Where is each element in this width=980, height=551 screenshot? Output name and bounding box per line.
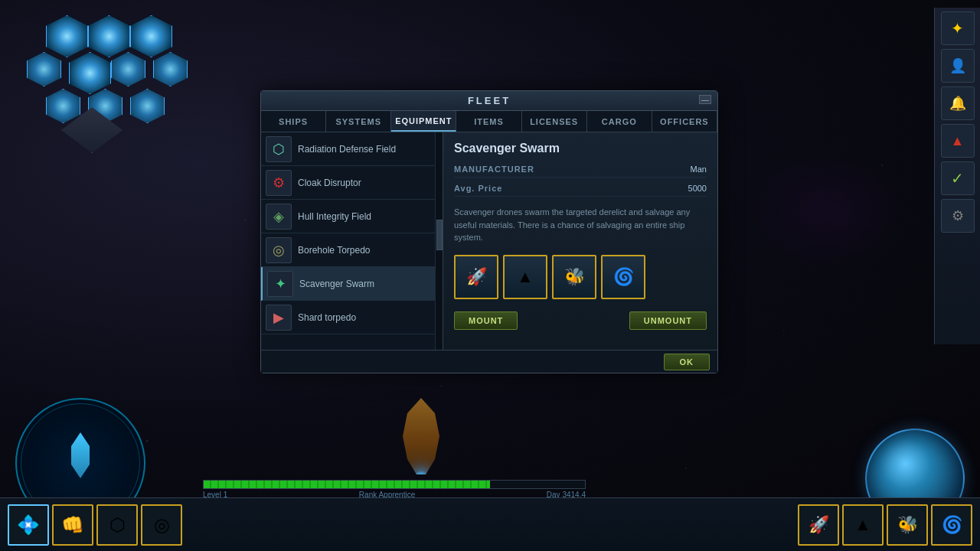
- detail-description: Scavenger drones swarm the targeted dere…: [454, 206, 707, 244]
- price-row: Avg. Price 5000: [454, 184, 707, 197]
- equipment-name: Shard torpedo: [298, 312, 356, 323]
- bottom-icon-orbit[interactable]: ◎: [141, 504, 182, 546]
- slot-4-icon: 🌀: [613, 267, 634, 287]
- bottom-eq-slot-3[interactable]: 🐝: [887, 504, 928, 546]
- person-icon: 👤: [949, 57, 966, 74]
- tab-licenses[interactable]: LICENSES: [522, 111, 587, 132]
- bottom-icon-hex[interactable]: ⬡: [96, 504, 138, 546]
- detail-panel: Scavenger Swarm MANUFACTURER Man Avg. Pr…: [443, 132, 717, 350]
- price-value: 5000: [688, 184, 707, 193]
- equipment-item-radiation[interactable]: ⬡ Radiation Defense Field: [261, 132, 443, 166]
- bottom-slot-2-icon: ▲: [854, 515, 871, 535]
- spacecraft-top-left: [0, 0, 245, 168]
- hex-icon: ⬡: [109, 514, 126, 536]
- equipment-name: Radiation Defense Field: [298, 144, 396, 155]
- scrollbar-thumb[interactable]: [436, 220, 443, 250]
- equipment-item-hull[interactable]: ◈ Hull Integrity Field: [261, 200, 443, 233]
- shard-icon: ▶: [266, 305, 292, 331]
- health-fill: [204, 481, 490, 488]
- hex-cell: [153, 52, 188, 86]
- dialog-body: ⬡ Radiation Defense Field ⚙ Cloak Disrup…: [261, 132, 717, 350]
- bottom-icon-attack[interactable]: 👊: [52, 504, 93, 546]
- equipment-item-torpedo[interactable]: ◎ Borehole Torpedo: [261, 233, 443, 267]
- nebula: [750, 153, 903, 268]
- equipment-slot-4[interactable]: 🌀: [601, 255, 645, 299]
- equipment-item-swarm[interactable]: ✦ Scavenger Swarm: [261, 267, 443, 301]
- bottom-eq-slot-1[interactable]: 🚀: [798, 504, 839, 546]
- cloak-icon: ⚙: [266, 170, 292, 196]
- dialog-footer: OK: [261, 350, 717, 373]
- equipment-list: ⬡ Radiation Defense Field ⚙ Cloak Disrup…: [261, 132, 443, 350]
- bottom-slot-4-icon: 🌀: [942, 515, 962, 535]
- tab-items[interactable]: ITEMS: [456, 111, 521, 132]
- bottom-slot-1-icon: 🚀: [808, 515, 829, 535]
- dialog-header: FLEET —: [261, 91, 717, 111]
- right-icon-alert[interactable]: 🔔: [941, 86, 975, 120]
- ok-button[interactable]: OK: [664, 354, 710, 370]
- bottom-bar: 💠 👊 ⬡ ◎ 🚀 ▲ 🐝 🌀: [0, 497, 980, 551]
- unmount-button[interactable]: UNMOUNT: [629, 311, 707, 330]
- bottom-eq-slot-2[interactable]: ▲: [842, 504, 884, 546]
- shield-icon: 💠: [17, 514, 40, 536]
- minimap-ship-body: [69, 432, 92, 478]
- equipment-slot-2[interactable]: ▲: [503, 255, 547, 299]
- equipment-name: Borehole Torpedo: [298, 245, 371, 256]
- alert-icon: 🔔: [949, 95, 966, 112]
- mount-button[interactable]: MOUNT: [454, 311, 518, 330]
- equipment-name: Hull Integrity Field: [298, 211, 371, 222]
- bottom-equipment-slots: 🚀 ▲ 🐝 🌀: [798, 504, 972, 546]
- equipment-item-shard[interactable]: ▶ Shard torpedo: [261, 301, 443, 334]
- tab-ships[interactable]: SHIPS: [261, 111, 326, 132]
- fleet-dialog: FLEET — SHIPS SYSTEMS EQUIPMENT ITEMS LI…: [260, 90, 718, 373]
- right-icon-person[interactable]: 👤: [941, 49, 975, 83]
- right-panel: ✦ 👤 🔔 ▲ ✓ ⚙: [934, 8, 980, 344]
- manufacturer-label: MANUFACTURER: [454, 165, 534, 174]
- equipment-slots: 🚀 ▲ 🐝 🌀: [454, 255, 707, 299]
- right-icon-check[interactable]: ✓: [941, 161, 975, 195]
- right-icon-sun[interactable]: ✦: [941, 11, 975, 45]
- orbit-icon: ◎: [154, 514, 170, 536]
- health-track: [203, 480, 586, 489]
- minimap-ship: [61, 432, 100, 494]
- sun-icon: ✦: [951, 19, 964, 37]
- action-buttons: MOUNT UNMOUNT: [454, 311, 707, 330]
- tab-systems[interactable]: SYSTEMS: [326, 111, 391, 132]
- manufacturer-value: Man: [691, 165, 707, 174]
- radiation-icon: ⬡: [266, 136, 292, 162]
- ship-body: [398, 398, 444, 474]
- bottom-slot-3-icon: 🐝: [897, 515, 918, 535]
- minimize-button[interactable]: —: [699, 95, 711, 104]
- gear-icon: ⚙: [952, 207, 964, 224]
- tab-cargo[interactable]: CARGO: [587, 111, 652, 132]
- minimize-icon: —: [701, 96, 709, 104]
- detail-title: Scavenger Swarm: [454, 142, 707, 155]
- equipment-slot-1[interactable]: 🚀: [454, 255, 498, 299]
- hex-cell: [69, 52, 111, 94]
- status-section: Level 1 Rank Apprentice Day 3414.4: [203, 480, 586, 499]
- right-icon-gear[interactable]: ⚙: [941, 199, 975, 233]
- torpedo-icon: ◎: [266, 237, 292, 263]
- slot-2-icon: ▲: [517, 267, 534, 287]
- equipment-slot-3[interactable]: 🐝: [552, 255, 596, 299]
- manufacturer-row: MANUFACTURER Man: [454, 165, 707, 178]
- hex-cell: [111, 52, 145, 86]
- slot-1-icon: 🚀: [466, 267, 487, 287]
- bottom-icon-shield[interactable]: 💠: [8, 504, 49, 546]
- tab-bar: SHIPS SYSTEMS EQUIPMENT ITEMS LICENSES C…: [261, 111, 717, 132]
- price-label: Avg. Price: [454, 184, 502, 193]
- attack-icon: 👊: [61, 514, 84, 536]
- triangle-icon: ▲: [951, 133, 965, 149]
- tab-officers[interactable]: OFFICERS: [652, 111, 717, 132]
- right-icon-triangle[interactable]: ▲: [941, 124, 975, 158]
- bottom-eq-slot-4[interactable]: 🌀: [931, 504, 972, 546]
- hex-cell: [88, 15, 130, 57]
- equipment-item-cloak[interactable]: ⚙ Cloak Disruptor: [261, 166, 443, 200]
- tab-equipment[interactable]: EQUIPMENT: [391, 111, 456, 132]
- check-icon: ✓: [951, 169, 964, 187]
- hex-cell: [130, 15, 172, 57]
- list-scrollbar[interactable]: [435, 132, 443, 350]
- slot-3-icon: 🐝: [564, 267, 585, 287]
- hex-cell: [130, 89, 165, 123]
- equipment-name: Cloak Disruptor: [298, 178, 361, 188]
- hull-icon: ◈: [266, 204, 292, 230]
